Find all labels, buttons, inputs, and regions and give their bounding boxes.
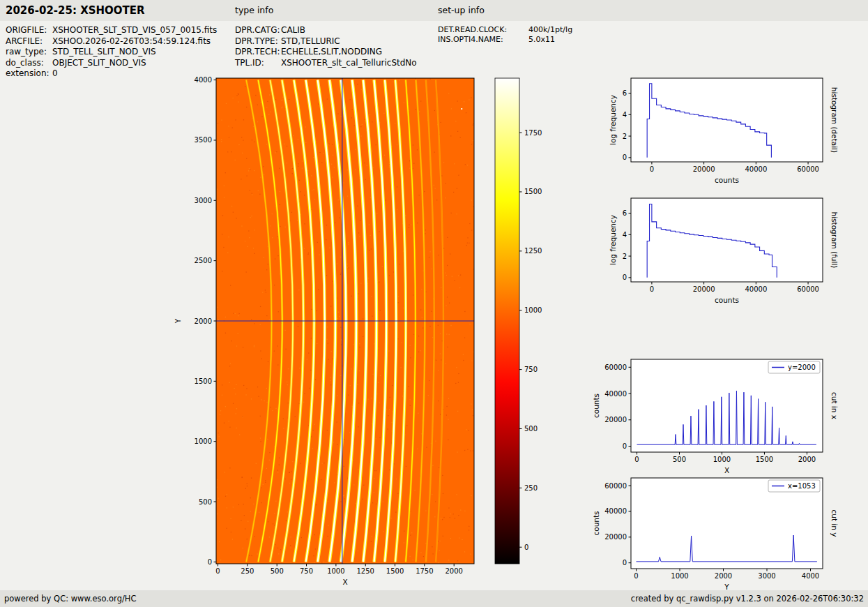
svg-text:1250: 1250 [524,247,542,255]
cut-in-y-plot: 010002000300040000200004000060000Ycounts… [586,472,858,590]
svg-text:3500: 3500 [195,136,212,144]
field-label: ARCFILE: [6,36,52,47]
field-value: CALIB [281,25,305,35]
svg-text:1000: 1000 [671,572,688,580]
svg-text:1750: 1750 [416,567,433,575]
svg-text:60000: 60000 [604,482,627,490]
field-label: ORIGFILE: [6,25,52,36]
svg-text:x=1053: x=1053 [788,482,816,490]
svg-text:250: 250 [524,484,538,492]
cut-in-y-figure: 010002000300040000200004000060000Ycounts… [586,472,858,590]
title-bar: 2026-02-25: XSHOOTER type info set-up in… [0,0,868,21]
field-label: DET.READ.CLOCK: [438,25,528,35]
svg-text:0: 0 [650,285,654,293]
svg-text:2500: 2500 [195,257,212,264]
field-label: INS.OPTI4.NAME: [438,35,528,45]
svg-text:cut in x: cut in x [830,392,839,419]
svg-text:1000: 1000 [524,306,542,314]
svg-text:X: X [342,578,347,586]
svg-text:6: 6 [623,89,627,97]
svg-text:1500: 1500 [195,377,212,385]
footer-bar: powered by QC: www.eso.org/HC created by… [0,590,868,607]
file-info-row: ORIGFILE:XSHOOTER_SLT_STD_VIS_057_0015.f… [6,25,217,36]
svg-text:2000: 2000 [195,317,212,325]
svg-text:counts: counts [715,176,739,184]
svg-text:2000: 2000 [445,567,462,575]
svg-text:3000: 3000 [758,572,775,580]
svg-text:60000: 60000 [797,285,819,293]
svg-text:Y: Y [174,318,182,324]
svg-text:2: 2 [623,253,627,260]
svg-text:1750: 1750 [524,129,542,137]
svg-text:0: 0 [524,544,528,551]
svg-text:0: 0 [208,558,212,566]
type-info-heading: type info [235,0,273,21]
field-value: XSHOOTER_SLT_STD_VIS_057_0015.fits [52,25,217,35]
cut-in-x-figure: 05001000150020000200004000060000Xcountsc… [586,353,858,473]
field-value: XSHOOTER_slt_cal_TelluricStdNo [281,58,417,68]
raw-image-figure: 0250500750100012501500175020000500100015… [160,68,565,601]
svg-text:20000: 20000 [693,285,715,293]
svg-text:counts: counts [592,511,600,535]
svg-text:0: 0 [634,572,638,580]
svg-text:1500: 1500 [386,567,404,575]
histogram-full-figure: 02000040000600000246countslog frequencyh… [586,192,858,312]
type-info-block: DPR.CATG:CALIB DPR.TYPE:STD,TELLURIC DPR… [235,25,417,68]
svg-text:histogram (full): histogram (full) [830,212,839,269]
svg-text:1250: 1250 [356,567,374,575]
svg-text:60000: 60000 [797,165,819,173]
svg-text:y=2000: y=2000 [788,364,816,371]
svg-text:histogram (detail): histogram (detail) [830,87,839,153]
qc-report-page: 2026-02-25: XSHOOTER type info set-up in… [0,0,868,607]
svg-text:1000: 1000 [195,437,212,445]
field-value: OBJECT_SLIT_NOD_VIS [52,58,146,68]
file-info-row: ARCFILE:XSHOO.2026-02-26T03:54:59.124.fi… [6,36,217,47]
histogram-detail-plot: 02000040000600000246countslog frequencyh… [586,72,858,192]
type-info-row: TPL.ID:XSHOOTER_slt_cal_TelluricStdNo [235,58,417,69]
field-value: ECHELLE,SLIT,NODDING [281,47,382,57]
svg-text:20000: 20000 [604,533,627,541]
svg-text:3000: 3000 [195,197,212,204]
svg-text:Y: Y [724,583,729,590]
field-label: extension: [6,68,52,80]
svg-text:0: 0 [623,153,627,161]
setup-info-heading: set-up info [438,0,485,21]
svg-text:0: 0 [623,273,627,281]
field-label: TPL.ID: [235,58,281,69]
svg-text:500: 500 [199,498,212,506]
svg-text:4000: 4000 [802,572,819,580]
field-value: XSHOO.2026-02-26T03:54:59.124.fits [52,36,211,46]
svg-text:40000: 40000 [604,390,627,398]
svg-text:2000: 2000 [715,572,732,580]
svg-text:log frequency: log frequency [609,95,617,145]
field-label: DPR.TYPE: [235,36,281,47]
svg-text:6: 6 [623,209,627,217]
svg-text:20000: 20000 [693,165,715,173]
page-title: 2026-02-25: XSHOOTER [6,0,145,21]
svg-text:0: 0 [623,442,627,450]
setup-info-row: INS.OPTI4.NAME:5.0x11 [438,35,572,45]
svg-text:4: 4 [623,231,627,239]
svg-text:20000: 20000 [604,416,627,424]
raw-echelle-image-plot: 0250500750100012501500175020000500100015… [160,68,565,601]
svg-text:500: 500 [524,425,538,433]
file-info-row: raw_type:STD_TELL_SLIT_NOD_VIS [6,47,217,58]
histogram-full-plot: 02000040000600000246countslog frequencyh… [586,192,858,312]
cut-in-x-plot: 05001000150020000200004000060000Xcountsc… [586,353,858,473]
svg-text:log frequency: log frequency [609,215,617,265]
svg-text:counts: counts [715,296,739,304]
svg-text:0: 0 [623,559,627,567]
svg-text:40000: 40000 [745,165,767,173]
svg-text:1500: 1500 [524,188,542,195]
setup-info-row: DET.READ.CLOCK:400k/1pt/lg [438,25,572,35]
field-label: DPR.TECH: [235,47,281,58]
svg-text:1000: 1000 [327,567,344,575]
svg-text:250: 250 [241,567,254,575]
type-info-row: DPR.TECH:ECHELLE,SLIT,NODDING [235,47,417,58]
field-value: 400k/1pt/lg [528,25,572,34]
svg-text:500: 500 [271,567,284,575]
svg-text:4000: 4000 [195,76,212,84]
type-info-row: DPR.CATG:CALIB [235,25,417,36]
svg-text:4: 4 [623,111,627,119]
field-label: DPR.CATG: [235,25,281,36]
